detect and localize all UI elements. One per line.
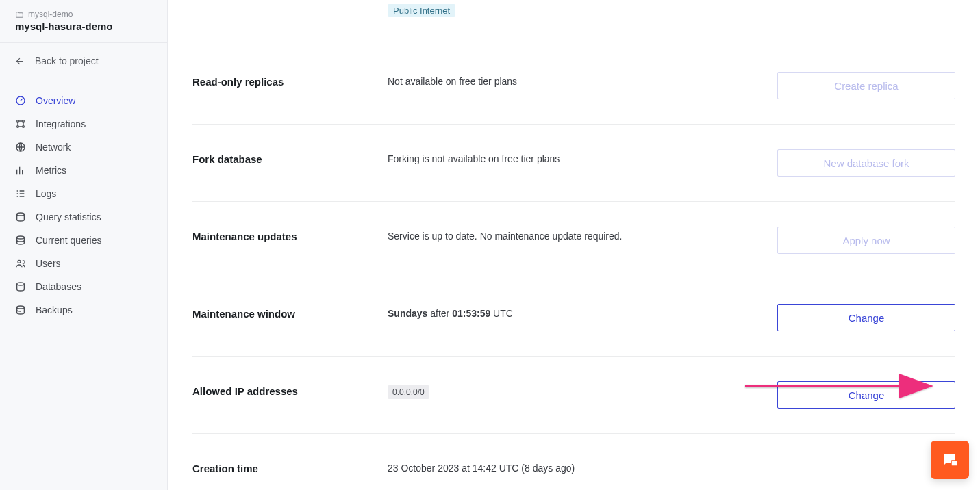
svg-point-1	[17, 120, 19, 122]
setting-value: Service is up to date. No maintenance up…	[388, 227, 776, 242]
create-replica-button[interactable]: Create replica	[777, 72, 955, 99]
sidebar-item-overview[interactable]: Overview	[0, 89, 167, 112]
database-icon	[15, 281, 26, 292]
setting-label: Fork database	[192, 149, 388, 165]
sidebar-item-label: Current queries	[36, 235, 102, 246]
setting-row-replicas: Read-only replicas Not available on free…	[192, 47, 955, 125]
breadcrumb-project: mysql-demo	[28, 10, 73, 19]
main-content: Public Internet Read-only replicas Not a…	[168, 0, 980, 490]
setting-value: 23 October 2023 at 14:42 UTC (8 days ago…	[388, 459, 776, 474]
sidebar-item-metrics[interactable]: Metrics	[0, 159, 167, 182]
setting-row-fork: Fork database Forking is not available o…	[192, 125, 955, 202]
sidebar-item-label: Integrations	[36, 118, 86, 129]
mw-day: Sundays	[388, 308, 427, 319]
svg-rect-11	[951, 461, 957, 466]
sidebar-item-logs[interactable]: Logs	[0, 182, 167, 205]
svg-point-6	[17, 213, 25, 216]
database-stats-icon	[15, 211, 26, 222]
service-name: mysql-hasura-demo	[15, 21, 152, 32]
breadcrumb-header: mysql-demo mysql-hasura-demo	[0, 0, 167, 42]
sidebar-item-label: Network	[36, 142, 71, 153]
svg-point-4	[23, 126, 25, 128]
mw-after: after	[427, 308, 452, 319]
arrow-left-icon	[15, 56, 25, 66]
setting-value: Not available on free tier plans	[388, 72, 776, 87]
sidebar-item-label: Backups	[36, 305, 73, 315]
sidebar-item-databases[interactable]: Databases	[0, 275, 167, 298]
setting-row-maintenance-updates: Maintenance updates Service is up to dat…	[192, 202, 955, 279]
list-icon	[15, 188, 26, 199]
apply-now-button[interactable]: Apply now	[777, 227, 955, 254]
backup-icon	[15, 305, 26, 315]
gauge-icon	[15, 95, 26, 106]
sidebar-item-label: Logs	[36, 188, 56, 199]
setting-row-public-internet: Public Internet	[192, 0, 955, 47]
ip-tag: 0.0.0.0/0	[388, 385, 429, 399]
setting-row-allowed-ips: Allowed IP addresses 0.0.0.0/0 Change	[192, 357, 955, 434]
setting-label: Maintenance updates	[192, 227, 388, 242]
breadcrumb[interactable]: mysql-demo	[15, 10, 152, 19]
svg-point-10	[17, 306, 25, 309]
setting-label: Allowed IP addresses	[192, 381, 388, 397]
setting-label: Creation time	[192, 459, 388, 474]
database-query-icon	[15, 235, 26, 246]
sidebar-item-backups[interactable]: Backups	[0, 298, 167, 322]
sidebar-item-label: Query statistics	[36, 211, 101, 222]
nodes-icon	[15, 118, 26, 129]
mw-time: 01:53:59	[452, 308, 490, 319]
users-icon	[15, 258, 26, 269]
change-allowed-ips-button[interactable]: Change	[777, 381, 955, 409]
setting-label: Read-only replicas	[192, 72, 388, 88]
globe-icon	[15, 142, 26, 153]
setting-row-creation-time: Creation time 23 October 2023 at 14:42 U…	[192, 434, 955, 490]
chat-icon	[942, 452, 958, 468]
sidebar-item-label: Overview	[36, 95, 75, 106]
setting-label: Maintenance window	[192, 304, 388, 320]
setting-value: Forking is not available on free tier pl…	[388, 149, 776, 164]
chat-widget-button[interactable]	[931, 441, 969, 479]
chart-icon	[15, 165, 26, 176]
sidebar-item-label: Databases	[36, 281, 81, 292]
setting-row-maintenance-window: Maintenance window Sundays after 01:53:5…	[192, 279, 955, 357]
sidebar-item-current-queries[interactable]: Current queries	[0, 229, 167, 252]
folder-icon	[15, 10, 24, 19]
svg-point-8	[18, 260, 21, 263]
setting-value: Sundays after 01:53:59 UTC	[388, 304, 776, 319]
sidebar-item-users[interactable]: Users	[0, 252, 167, 275]
svg-point-2	[23, 120, 25, 122]
public-internet-tag: Public Internet	[388, 4, 455, 17]
sidebar-item-integrations[interactable]: Integrations	[0, 112, 167, 136]
svg-point-7	[17, 236, 25, 239]
change-maintenance-window-button[interactable]: Change	[777, 304, 955, 331]
sidebar-item-network[interactable]: Network	[0, 136, 167, 159]
svg-point-3	[17, 126, 19, 128]
sidebar: mysql-demo mysql-hasura-demo Back to pro…	[0, 0, 168, 490]
sidebar-item-label: Metrics	[36, 165, 66, 176]
setting-value: 0.0.0.0/0	[388, 381, 776, 399]
mw-tz: UTC	[490, 308, 513, 319]
new-database-fork-button[interactable]: New database fork	[777, 149, 955, 177]
sidebar-item-query-statistics[interactable]: Query statistics	[0, 205, 167, 229]
sidebar-nav: Overview Integrations Network Metrics Lo…	[0, 79, 167, 331]
svg-point-9	[17, 283, 25, 285]
sidebar-item-label: Users	[36, 258, 61, 269]
back-label: Back to project	[35, 55, 99, 66]
back-to-project-link[interactable]: Back to project	[0, 42, 167, 79]
